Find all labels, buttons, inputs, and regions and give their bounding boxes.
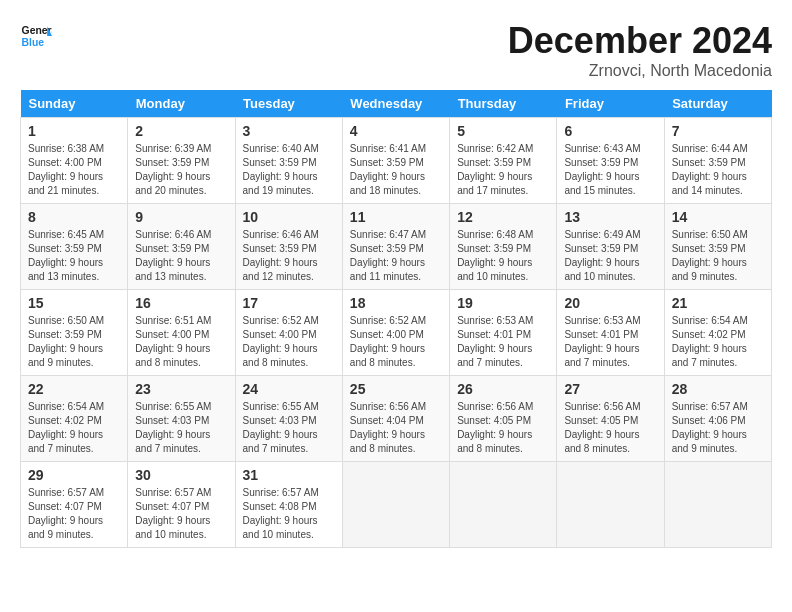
calendar-cell: 9 Sunrise: 6:46 AMSunset: 3:59 PMDayligh… [128,204,235,290]
day-info: Sunrise: 6:57 AMSunset: 4:07 PMDaylight:… [28,486,120,542]
day-info: Sunrise: 6:53 AMSunset: 4:01 PMDaylight:… [457,314,549,370]
calendar-cell: 11 Sunrise: 6:47 AMSunset: 3:59 PMDaylig… [342,204,449,290]
day-info: Sunrise: 6:56 AMSunset: 4:05 PMDaylight:… [564,400,656,456]
day-number: 14 [672,209,764,225]
calendar-cell [450,462,557,548]
calendar-cell: 12 Sunrise: 6:48 AMSunset: 3:59 PMDaylig… [450,204,557,290]
calendar-cell: 26 Sunrise: 6:56 AMSunset: 4:05 PMDaylig… [450,376,557,462]
day-number: 11 [350,209,442,225]
day-number: 27 [564,381,656,397]
day-info: Sunrise: 6:40 AMSunset: 3:59 PMDaylight:… [243,142,335,198]
calendar-cell: 21 Sunrise: 6:54 AMSunset: 4:02 PMDaylig… [664,290,771,376]
day-number: 24 [243,381,335,397]
day-number: 4 [350,123,442,139]
day-info: Sunrise: 6:42 AMSunset: 3:59 PMDaylight:… [457,142,549,198]
calendar-cell: 29 Sunrise: 6:57 AMSunset: 4:07 PMDaylig… [21,462,128,548]
title-section: December 2024 Zrnovci, North Macedonia [508,20,772,80]
calendar-cell: 16 Sunrise: 6:51 AMSunset: 4:00 PMDaylig… [128,290,235,376]
calendar-week-row: 29 Sunrise: 6:57 AMSunset: 4:07 PMDaylig… [21,462,772,548]
day-info: Sunrise: 6:39 AMSunset: 3:59 PMDaylight:… [135,142,227,198]
page-header: General Blue December 2024 Zrnovci, Nort… [20,20,772,80]
calendar-header-row: SundayMondayTuesdayWednesdayThursdayFrid… [21,90,772,118]
col-header-tuesday: Tuesday [235,90,342,118]
calendar-cell: 28 Sunrise: 6:57 AMSunset: 4:06 PMDaylig… [664,376,771,462]
day-info: Sunrise: 6:47 AMSunset: 3:59 PMDaylight:… [350,228,442,284]
day-info: Sunrise: 6:48 AMSunset: 3:59 PMDaylight:… [457,228,549,284]
calendar-cell: 24 Sunrise: 6:55 AMSunset: 4:03 PMDaylig… [235,376,342,462]
day-number: 28 [672,381,764,397]
calendar-cell: 10 Sunrise: 6:46 AMSunset: 3:59 PMDaylig… [235,204,342,290]
col-header-monday: Monday [128,90,235,118]
calendar-cell: 3 Sunrise: 6:40 AMSunset: 3:59 PMDayligh… [235,118,342,204]
calendar-week-row: 15 Sunrise: 6:50 AMSunset: 3:59 PMDaylig… [21,290,772,376]
day-number: 13 [564,209,656,225]
day-info: Sunrise: 6:53 AMSunset: 4:01 PMDaylight:… [564,314,656,370]
day-number: 19 [457,295,549,311]
calendar-cell [342,462,449,548]
day-number: 30 [135,467,227,483]
calendar-cell: 18 Sunrise: 6:52 AMSunset: 4:00 PMDaylig… [342,290,449,376]
calendar-cell: 6 Sunrise: 6:43 AMSunset: 3:59 PMDayligh… [557,118,664,204]
day-info: Sunrise: 6:57 AMSunset: 4:08 PMDaylight:… [243,486,335,542]
day-number: 20 [564,295,656,311]
day-info: Sunrise: 6:38 AMSunset: 4:00 PMDaylight:… [28,142,120,198]
day-info: Sunrise: 6:49 AMSunset: 3:59 PMDaylight:… [564,228,656,284]
day-number: 3 [243,123,335,139]
day-info: Sunrise: 6:46 AMSunset: 3:59 PMDaylight:… [243,228,335,284]
day-number: 31 [243,467,335,483]
calendar-cell: 19 Sunrise: 6:53 AMSunset: 4:01 PMDaylig… [450,290,557,376]
day-number: 2 [135,123,227,139]
col-header-friday: Friday [557,90,664,118]
calendar-cell: 2 Sunrise: 6:39 AMSunset: 3:59 PMDayligh… [128,118,235,204]
calendar-cell: 27 Sunrise: 6:56 AMSunset: 4:05 PMDaylig… [557,376,664,462]
calendar-table: SundayMondayTuesdayWednesdayThursdayFrid… [20,90,772,548]
day-info: Sunrise: 6:41 AMSunset: 3:59 PMDaylight:… [350,142,442,198]
day-info: Sunrise: 6:54 AMSunset: 4:02 PMDaylight:… [672,314,764,370]
calendar-cell: 15 Sunrise: 6:50 AMSunset: 3:59 PMDaylig… [21,290,128,376]
col-header-wednesday: Wednesday [342,90,449,118]
svg-text:Blue: Blue [22,37,45,48]
calendar-cell: 30 Sunrise: 6:57 AMSunset: 4:07 PMDaylig… [128,462,235,548]
day-info: Sunrise: 6:52 AMSunset: 4:00 PMDaylight:… [243,314,335,370]
calendar-cell: 31 Sunrise: 6:57 AMSunset: 4:08 PMDaylig… [235,462,342,548]
day-number: 6 [564,123,656,139]
day-info: Sunrise: 6:51 AMSunset: 4:00 PMDaylight:… [135,314,227,370]
day-info: Sunrise: 6:57 AMSunset: 4:07 PMDaylight:… [135,486,227,542]
calendar-cell: 5 Sunrise: 6:42 AMSunset: 3:59 PMDayligh… [450,118,557,204]
day-number: 15 [28,295,120,311]
day-info: Sunrise: 6:43 AMSunset: 3:59 PMDaylight:… [564,142,656,198]
calendar-cell: 17 Sunrise: 6:52 AMSunset: 4:00 PMDaylig… [235,290,342,376]
day-number: 8 [28,209,120,225]
day-number: 25 [350,381,442,397]
calendar-week-row: 22 Sunrise: 6:54 AMSunset: 4:02 PMDaylig… [21,376,772,462]
calendar-cell: 7 Sunrise: 6:44 AMSunset: 3:59 PMDayligh… [664,118,771,204]
day-info: Sunrise: 6:57 AMSunset: 4:06 PMDaylight:… [672,400,764,456]
day-number: 23 [135,381,227,397]
day-info: Sunrise: 6:44 AMSunset: 3:59 PMDaylight:… [672,142,764,198]
calendar-cell: 20 Sunrise: 6:53 AMSunset: 4:01 PMDaylig… [557,290,664,376]
day-info: Sunrise: 6:50 AMSunset: 3:59 PMDaylight:… [28,314,120,370]
calendar-week-row: 1 Sunrise: 6:38 AMSunset: 4:00 PMDayligh… [21,118,772,204]
calendar-cell [664,462,771,548]
calendar-cell: 8 Sunrise: 6:45 AMSunset: 3:59 PMDayligh… [21,204,128,290]
logo: General Blue [20,20,52,52]
calendar-body: 1 Sunrise: 6:38 AMSunset: 4:00 PMDayligh… [21,118,772,548]
calendar-cell: 14 Sunrise: 6:50 AMSunset: 3:59 PMDaylig… [664,204,771,290]
calendar-week-row: 8 Sunrise: 6:45 AMSunset: 3:59 PMDayligh… [21,204,772,290]
calendar-cell [557,462,664,548]
day-info: Sunrise: 6:55 AMSunset: 4:03 PMDaylight:… [135,400,227,456]
month-title: December 2024 [508,20,772,62]
day-number: 9 [135,209,227,225]
day-number: 10 [243,209,335,225]
day-info: Sunrise: 6:46 AMSunset: 3:59 PMDaylight:… [135,228,227,284]
day-number: 12 [457,209,549,225]
day-info: Sunrise: 6:50 AMSunset: 3:59 PMDaylight:… [672,228,764,284]
day-number: 5 [457,123,549,139]
day-number: 29 [28,467,120,483]
day-number: 1 [28,123,120,139]
logo-icon: General Blue [20,20,52,52]
day-number: 26 [457,381,549,397]
calendar-cell: 1 Sunrise: 6:38 AMSunset: 4:00 PMDayligh… [21,118,128,204]
day-info: Sunrise: 6:55 AMSunset: 4:03 PMDaylight:… [243,400,335,456]
day-number: 7 [672,123,764,139]
